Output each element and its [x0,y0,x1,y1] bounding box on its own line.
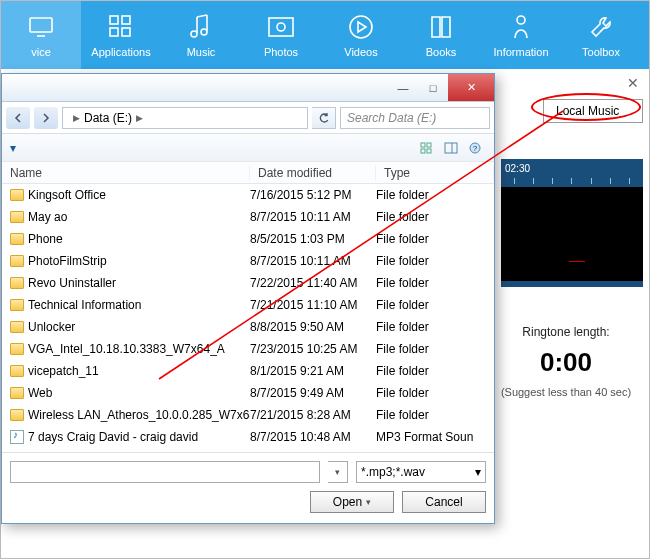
svg-point-6 [191,31,197,37]
file-row[interactable]: Phone8/5/2015 1:03 PMFile folder [2,228,494,250]
svg-point-11 [517,16,525,24]
view-mode-button[interactable] [416,138,438,158]
filename-input[interactable] [10,461,320,483]
column-type-header[interactable]: Type [376,166,494,180]
nav-label: vice [31,46,51,58]
folder-icon [10,365,24,377]
nav-label: Photos [264,46,298,58]
file-name: 7 days Craig David - craig david [28,430,198,444]
folder-icon [10,343,24,355]
svg-rect-0 [30,18,52,32]
cancel-button[interactable]: Cancel [402,491,486,513]
waveform-time-label: 02:30 [505,163,530,174]
nav-info[interactable]: Information [481,1,561,69]
waveform-marker [569,261,585,262]
file-date: 8/7/2015 10:11 AM [250,210,376,224]
svg-rect-13 [427,143,431,147]
breadcrumb-arrow-icon: ▶ [136,113,143,123]
file-type: File folder [376,210,494,224]
file-name: Web [28,386,52,400]
search-input[interactable]: Search Data (E:) [340,107,490,129]
close-button[interactable]: ✕ [448,74,494,101]
nav-label: Information [493,46,548,58]
file-date: 7/21/2015 11:10 AM [250,298,376,312]
file-date: 8/1/2015 9:21 AM [250,364,376,378]
file-date: 7/21/2015 8:28 AM [250,408,376,422]
filetype-select[interactable]: *.mp3;*.wav ▾ [356,461,486,483]
nav-photos[interactable]: Photos [241,1,321,69]
column-name-header[interactable]: Name [2,166,250,180]
file-row[interactable]: Kingsoft Office7/16/2015 5:12 PMFile fol… [2,184,494,206]
preview-pane-button[interactable] [440,138,462,158]
file-name: Kingsoft Office [28,188,106,202]
waveform-preview: 02:30 [501,159,643,287]
address-bar: ▶ Data (E:) ▶ Search Data (E:) [2,102,494,134]
svg-rect-15 [427,149,431,153]
file-type: File folder [376,254,494,268]
back-button[interactable] [6,107,30,129]
file-type: File folder [376,298,494,312]
svg-rect-14 [421,149,425,153]
photos-icon [267,12,295,42]
open-button[interactable]: Open [310,491,394,513]
file-date: 8/8/2015 9:50 AM [250,320,376,334]
file-row[interactable]: VGA_Intel_10.18.10.3383_W7x64_A7/23/2015… [2,338,494,360]
file-type: File folder [376,342,494,356]
minimize-button[interactable]: — [388,74,418,101]
file-name: PhotoFilmStrip [28,254,107,268]
nav-music[interactable]: Music [161,1,241,69]
file-row[interactable]: Web8/7/2015 9:49 AMFile folder [2,382,494,404]
nav-label: Toolbox [582,46,620,58]
svg-rect-5 [122,28,130,36]
file-row[interactable]: Unlocker8/8/2015 9:50 AMFile folder [2,316,494,338]
search-placeholder: Search Data (E:) [347,111,436,125]
refresh-button[interactable] [312,107,336,129]
svg-point-7 [201,29,207,35]
column-date-header[interactable]: Date modified [250,166,376,180]
file-type: File folder [376,386,494,400]
maximize-button[interactable]: □ [418,74,448,101]
column-headers: Name Date modified Type [2,162,494,184]
file-date: 7/23/2015 10:25 AM [250,342,376,356]
file-name: Unlocker [28,320,75,334]
svg-rect-3 [122,16,130,24]
file-row[interactable]: Technical Information7/21/2015 11:10 AMF… [2,294,494,316]
file-date: 8/5/2015 1:03 PM [250,232,376,246]
dialog-toolbar: ▾ ? [2,134,494,162]
folder-icon [10,233,24,245]
books-icon [429,12,453,42]
nav-apps[interactable]: Applications [81,1,161,69]
file-name: Phone [28,232,63,246]
nav-videos[interactable]: Videos [321,1,401,69]
file-row[interactable]: Revo Uninstaller7/22/2015 11:40 AMFile f… [2,272,494,294]
filename-dropdown-caret[interactable]: ▾ [328,461,348,483]
svg-rect-2 [110,16,118,24]
music-file-icon [10,430,24,444]
file-row[interactable]: PhotoFilmStrip8/7/2015 10:11 AMFile fold… [2,250,494,272]
ringtone-panel: ✕ Local Music [483,75,643,123]
file-row[interactable]: 7 days Craig David - craig david8/7/2015… [2,426,494,448]
organize-dropdown-caret[interactable]: ▾ [10,141,16,155]
nav-device[interactable]: vice [1,1,81,69]
file-row[interactable]: Wireless LAN_Atheros_10.0.0.285_W7x64_A7… [2,404,494,426]
device-icon [27,12,55,42]
help-button[interactable]: ? [464,138,486,158]
breadcrumb-segment[interactable]: Data (E:) [84,111,132,125]
svg-rect-8 [269,18,293,36]
forward-button[interactable] [34,107,58,129]
path-breadcrumb[interactable]: ▶ Data (E:) ▶ [62,107,308,129]
file-row[interactable]: vicepatch_118/1/2015 9:21 AMFile folder [2,360,494,382]
local-music-button[interactable]: Local Music [543,99,643,123]
nav-toolbox[interactable]: Toolbox [561,1,641,69]
folder-icon [10,189,24,201]
file-type: File folder [376,188,494,202]
svg-rect-16 [445,143,457,153]
file-row[interactable]: May ao8/7/2015 10:11 AMFile folder [2,206,494,228]
folder-icon [10,255,24,267]
panel-close-icon[interactable]: ✕ [627,75,639,91]
videos-icon [348,12,374,42]
folder-icon [10,387,24,399]
nav-books[interactable]: Books [401,1,481,69]
dialog-buttons: Open Cancel [2,491,494,523]
apps-icon [108,12,134,42]
